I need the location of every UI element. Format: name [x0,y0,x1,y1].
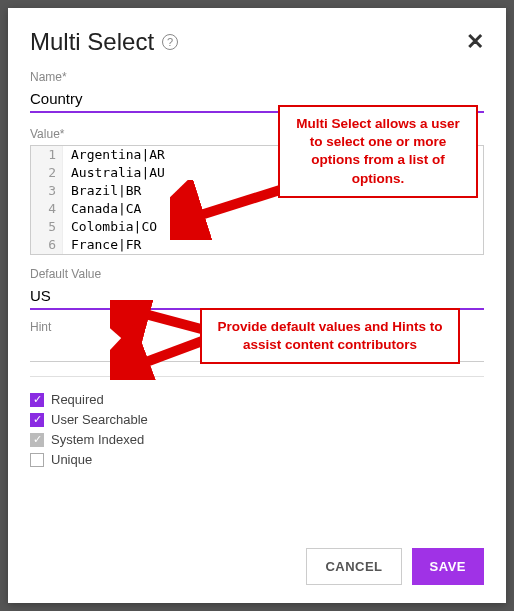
line-number: 5 [31,218,63,236]
modal-title: Multi Select [30,28,154,56]
annotation-callout-2: Provide default values and Hints to assi… [200,308,460,364]
modal-footer: CANCEL SAVE [306,548,484,585]
help-icon[interactable]: ? [162,34,178,50]
checkbox-icon: ✓ [30,433,44,447]
default-value-input[interactable] [30,281,484,310]
code-text: Colombia|CO [63,218,157,236]
default-value-label: Default Value [30,267,484,281]
annotation-callout-1: Multi Select allows a user to select one… [278,105,478,198]
user-searchable-checkbox[interactable]: ✓ User Searchable [30,412,484,427]
code-text: Argentina|AR [63,146,165,164]
name-label: Name* [30,70,484,84]
code-text: Canada|CA [63,200,141,218]
cancel-button[interactable]: CANCEL [306,548,401,585]
checkbox-icon: ✓ [30,413,44,427]
line-number: 3 [31,182,63,200]
code-line: 5Colombia|CO [31,218,483,236]
modal-header: Multi Select ? ✕ [30,28,484,56]
unique-checkbox[interactable]: Unique [30,452,484,467]
options-group: ✓ Required ✓ User Searchable ✓ System In… [30,376,484,467]
line-number: 6 [31,236,63,254]
checkbox-label: System Indexed [51,432,144,447]
line-number: 4 [31,200,63,218]
line-number: 1 [31,146,63,164]
code-line: 4Canada|CA [31,200,483,218]
close-icon[interactable]: ✕ [466,31,484,53]
checkbox-label: Required [51,392,104,407]
line-number: 2 [31,164,63,182]
code-text: France|FR [63,236,141,254]
multi-select-modal: Multi Select ? ✕ Name* Value* 1Argentina… [8,8,506,603]
required-checkbox[interactable]: ✓ Required [30,392,484,407]
system-indexed-checkbox[interactable]: ✓ System Indexed [30,432,484,447]
code-line: 6France|FR [31,236,483,254]
checkbox-label: User Searchable [51,412,148,427]
save-button[interactable]: SAVE [412,548,484,585]
checkbox-icon: ✓ [30,393,44,407]
checkbox-icon [30,453,44,467]
code-text: Brazil|BR [63,182,141,200]
code-text: Australia|AU [63,164,165,182]
checkbox-label: Unique [51,452,92,467]
